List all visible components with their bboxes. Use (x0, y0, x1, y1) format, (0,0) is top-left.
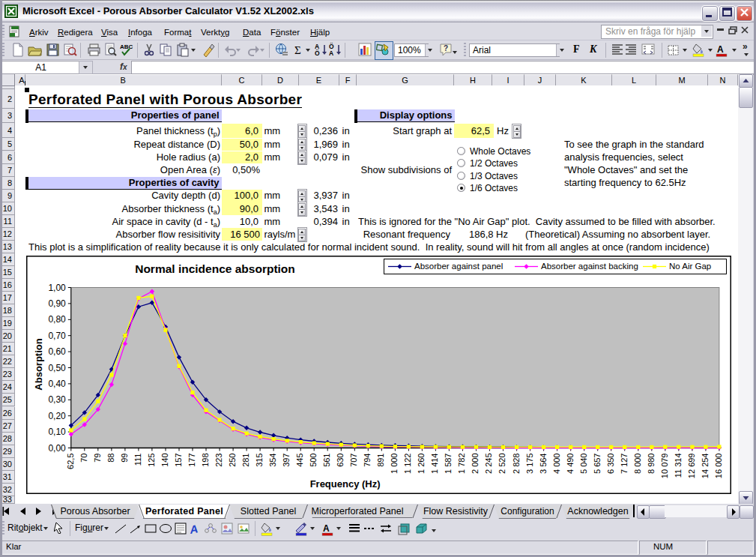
svg-text:4 000: 4 000 (552, 454, 561, 475)
svg-text:891: 891 (376, 454, 385, 467)
svg-text:0,30: 0,30 (48, 394, 66, 405)
svg-text:16 000: 16 000 (714, 454, 723, 479)
svg-text:445: 445 (295, 454, 304, 467)
svg-text:8 980: 8 980 (647, 454, 656, 475)
svg-text:Absorption: Absorption (33, 338, 44, 390)
svg-text:2 000: 2 000 (471, 454, 480, 475)
svg-text:A: A (329, 49, 333, 57)
svg-text:125: 125 (147, 454, 156, 467)
svg-text:?: ? (444, 44, 448, 52)
svg-text:223: 223 (214, 454, 223, 467)
svg-text:62,5: 62,5 (66, 454, 75, 469)
svg-text:14 254: 14 254 (701, 454, 710, 479)
svg-text:794: 794 (363, 454, 372, 467)
svg-text:Absorber against backing: Absorber against backing (541, 262, 638, 271)
svg-text:Ö: Ö (315, 49, 320, 57)
svg-text:630: 630 (336, 454, 345, 467)
svg-text:70: 70 (79, 454, 88, 463)
svg-text:1 000: 1 000 (390, 454, 399, 475)
svg-text:1 587: 1 587 (444, 454, 453, 475)
svg-text:79: 79 (93, 454, 102, 463)
svg-text:281: 281 (241, 454, 250, 467)
svg-text:111: 111 (133, 454, 142, 466)
svg-text:2 245: 2 245 (484, 454, 493, 475)
svg-text:0,00: 0,00 (48, 443, 66, 454)
svg-text:1 260: 1 260 (417, 454, 426, 475)
svg-text:354: 354 (268, 454, 277, 467)
svg-text:99: 99 (120, 454, 129, 463)
svg-text:177: 177 (187, 454, 196, 467)
svg-text:88: 88 (106, 454, 115, 463)
svg-text:12 699: 12 699 (687, 454, 696, 479)
svg-text:0,90: 0,90 (48, 298, 66, 309)
svg-text:5 657: 5 657 (593, 454, 602, 475)
svg-text:Normal incidence absorption: Normal incidence absorption (135, 262, 295, 275)
svg-text:1 414: 1 414 (430, 454, 439, 475)
svg-text:0,50: 0,50 (48, 363, 66, 373)
svg-text:A: A (323, 523, 330, 534)
svg-text:Absorber against panel: Absorber against panel (414, 262, 503, 271)
svg-text:0,60: 0,60 (48, 346, 66, 357)
svg-text:140: 140 (160, 454, 169, 467)
svg-text:A: A (189, 522, 199, 536)
svg-text:157: 157 (174, 454, 183, 467)
svg-text:1,00: 1,00 (48, 283, 66, 293)
svg-text:0,80: 0,80 (48, 314, 66, 325)
svg-text:5 040: 5 040 (579, 454, 588, 475)
svg-text:707: 707 (349, 454, 358, 467)
svg-text:Σ: Σ (294, 44, 301, 56)
svg-text:11 314: 11 314 (674, 454, 683, 478)
svg-text:3 175: 3 175 (525, 454, 534, 475)
svg-text:2 828: 2 828 (512, 454, 521, 475)
svg-text:0,10: 0,10 (48, 427, 66, 437)
svg-text:4 490: 4 490 (566, 454, 575, 475)
svg-text:0,20: 0,20 (48, 411, 66, 421)
svg-text:250: 250 (228, 454, 237, 467)
svg-text:0,40: 0,40 (48, 379, 66, 389)
svg-text:7 127: 7 127 (620, 454, 629, 475)
svg-text:1 782: 1 782 (457, 454, 466, 475)
svg-text:315: 315 (255, 454, 264, 467)
svg-text:No Air Gap: No Air Gap (669, 262, 711, 271)
svg-text:8 000: 8 000 (633, 454, 642, 475)
svg-text:6 350: 6 350 (606, 454, 615, 475)
svg-text:3 564: 3 564 (539, 454, 548, 475)
svg-text:A: A (717, 44, 724, 55)
svg-text:397: 397 (282, 454, 291, 467)
svg-text:198: 198 (201, 454, 210, 467)
svg-text:0,70: 0,70 (48, 331, 66, 341)
svg-text:1 122: 1 122 (403, 454, 412, 475)
svg-text:ABC: ABC (120, 43, 133, 50)
svg-text:2 520: 2 520 (498, 454, 506, 475)
svg-text:500: 500 (309, 454, 318, 467)
svg-text:561: 561 (322, 454, 331, 467)
svg-text:10 079: 10 079 (660, 454, 669, 479)
svg-text:Frequency (Hz): Frequency (Hz) (310, 478, 381, 490)
